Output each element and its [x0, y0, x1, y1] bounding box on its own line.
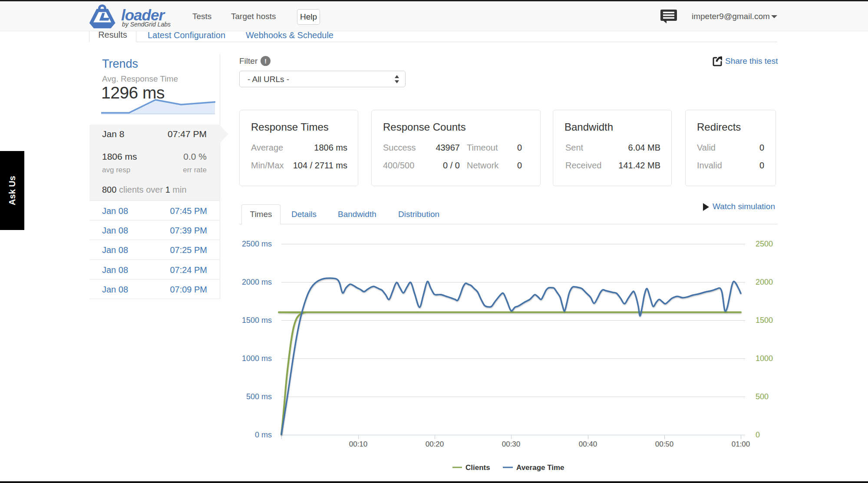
svg-text:00:10: 00:10: [349, 440, 368, 448]
svg-text:1000 ms: 1000 ms: [242, 354, 272, 363]
svg-text:0 ms: 0 ms: [255, 430, 272, 439]
svg-text:00:20: 00:20: [426, 440, 444, 448]
svg-text:Clients: Clients: [465, 463, 490, 472]
svg-text:1500: 1500: [756, 316, 773, 325]
svg-text:2000 ms: 2000 ms: [242, 278, 272, 286]
svg-text:2000: 2000: [756, 278, 773, 286]
svg-text:1500 ms: 1500 ms: [242, 316, 272, 325]
svg-text:00:30: 00:30: [502, 440, 521, 448]
svg-text:2500: 2500: [756, 240, 773, 248]
svg-text:00:50: 00:50: [655, 440, 674, 448]
svg-text:00:40: 00:40: [579, 440, 597, 448]
svg-text:Average Time: Average Time: [516, 463, 564, 472]
svg-text:500: 500: [756, 392, 769, 401]
svg-text:1000: 1000: [756, 354, 773, 363]
svg-text:2500 ms: 2500 ms: [242, 240, 272, 248]
svg-text:500 ms: 500 ms: [246, 392, 272, 401]
svg-text:01:00: 01:00: [732, 440, 750, 448]
svg-text:0: 0: [756, 430, 760, 439]
